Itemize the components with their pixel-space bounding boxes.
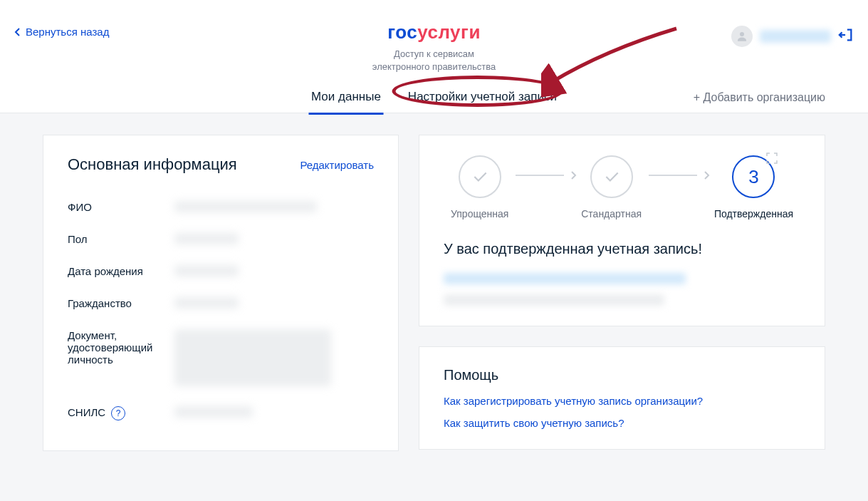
avatar[interactable]	[731, 26, 753, 47]
row-birth-date: Дата рождения	[68, 255, 374, 287]
svg-point-0	[740, 32, 744, 36]
add-organization-link[interactable]: + Добавить организацию	[694, 83, 825, 113]
main-info-card: Основная информация Редактировать ФИО По…	[43, 135, 399, 451]
step1-circle	[459, 155, 501, 198]
card-header: Основная информация Редактировать	[68, 155, 374, 174]
steps-row: Упрощенная Стандартная 3 П	[444, 155, 800, 219]
focus-corners-icon	[766, 153, 778, 164]
logo[interactable]: госуслуги	[372, 21, 496, 43]
status-text-redacted-1	[444, 273, 686, 284]
label-snils: СНИЛС ?	[68, 406, 174, 420]
step2-label: Стандартная	[581, 208, 642, 219]
tabs-row: Мои данные Настройки учетной записи + До…	[0, 83, 868, 113]
chevron-left-icon	[14, 27, 21, 37]
step3-number: 3	[748, 166, 758, 188]
username-redacted	[760, 30, 831, 43]
step1-label: Упрощенная	[451, 208, 508, 219]
value-citizenship-redacted	[174, 297, 239, 309]
status-body	[444, 273, 800, 306]
tab-account-settings[interactable]: Настройки учетной записи	[405, 81, 560, 114]
main-info-title: Основная информация	[68, 155, 237, 174]
help-link-org[interactable]: Как зарегистрировать учетную запись орга…	[444, 395, 800, 407]
arrow-right-icon	[571, 171, 577, 180]
label-birth-date: Дата рождения	[68, 265, 174, 277]
back-link[interactable]: Вернуться назад	[14, 26, 109, 38]
person-icon	[736, 30, 748, 43]
logo-uslugi: услуги	[417, 21, 481, 43]
back-link-text: Вернуться назад	[26, 26, 109, 38]
value-birth-date-redacted	[174, 265, 239, 277]
arrow-right-icon	[704, 171, 710, 180]
step-connector-1	[516, 175, 564, 176]
left-column: Основная информация Редактировать ФИО По…	[43, 135, 399, 491]
right-column: Упрощенная Стандартная 3 П	[419, 135, 825, 491]
status-card: Упрощенная Стандартная 3 П	[419, 135, 825, 326]
row-fio: ФИО	[68, 191, 374, 223]
help-title: Помощь	[444, 367, 800, 383]
check-icon	[471, 167, 489, 186]
value-fio-redacted	[174, 201, 317, 212]
top-bar: Вернуться назад госуслуги Доступ к серви…	[0, 0, 868, 47]
status-text-redacted-2	[444, 294, 664, 306]
edit-link[interactable]: Редактировать	[300, 159, 374, 171]
value-snils-redacted	[174, 406, 253, 418]
label-gender: Пол	[68, 233, 174, 245]
status-title: У вас подтвержденная учетная запись!	[444, 241, 800, 257]
content: Основная информация Редактировать ФИО По…	[0, 113, 868, 501]
value-gender-redacted	[174, 233, 239, 244]
label-citizenship: Гражданство	[68, 297, 174, 309]
help-card: Помощь Как зарегистрировать учетную запи…	[419, 346, 825, 450]
logo-subtitle: Доступ к сервисам электронного правитель…	[372, 48, 496, 73]
step-standard: Стандартная	[581, 155, 642, 219]
tabs-center: Мои данные Настройки учетной записи	[308, 81, 560, 114]
label-id-doc: Документ, удостоверяющий личность	[68, 329, 174, 386]
row-id-doc: Документ, удостоверяющий личность	[68, 319, 374, 396]
exit-icon	[838, 27, 854, 43]
help-link-protect[interactable]: Как защитить свою учетную запись?	[444, 417, 800, 429]
step3-circle: 3	[732, 155, 775, 198]
step-simplified: Упрощенная	[451, 155, 508, 219]
tab-my-data[interactable]: Мои данные	[308, 81, 384, 114]
row-gender: Пол	[68, 223, 374, 255]
row-citizenship: Гражданство	[68, 287, 374, 319]
label-fio: ФИО	[68, 201, 174, 213]
row-snils: СНИЛС ?	[68, 396, 374, 430]
user-area	[731, 26, 854, 47]
logout-button[interactable]	[838, 27, 854, 46]
logo-gos: гос	[387, 21, 417, 43]
check-icon	[602, 167, 621, 186]
help-hint-icon[interactable]: ?	[111, 406, 125, 420]
step-connector-2	[649, 175, 697, 176]
step-confirmed: 3 Подтвержденная	[714, 155, 793, 219]
logo-block: госуслуги Доступ к сервисам электронного…	[372, 21, 496, 73]
step3-label: Подтвержденная	[714, 208, 793, 219]
step2-circle	[590, 155, 633, 198]
value-id-doc-redacted	[174, 329, 331, 386]
